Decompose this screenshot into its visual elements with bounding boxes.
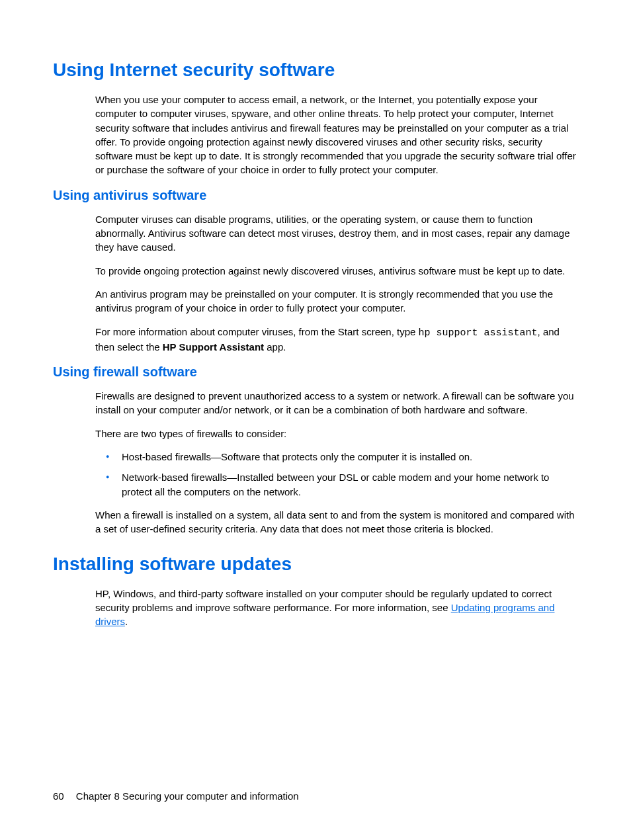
paragraph-av-1: Computer viruses can disable programs, u… [95,212,578,255]
paragraph-fw-2: There are two types of firewalls to cons… [95,427,578,441]
text-av-4-prefix: For more information about computer viru… [95,326,419,337]
heading-software-updates: Installing software updates [53,554,578,575]
chapter-title: Chapter 8 Securing your computer and inf… [76,790,299,802]
text-updates-suffix: . [125,616,128,627]
paragraph-av-2: To provide ongoing protection against ne… [95,264,578,278]
heading-antivirus: Using antivirus software [53,188,578,203]
paragraph-fw-3: When a firewall is installed on a system… [95,508,578,536]
code-hp-support-assistant: hp support assistant [419,327,538,339]
page-number: 60 [53,790,64,802]
paragraph-av-4: For more information about computer viru… [95,325,578,355]
text-av-4-suffix: app. [264,341,286,353]
paragraph-fw-1: Firewalls are designed to prevent unauth… [95,389,578,417]
list-item-network-firewall: Network-based firewalls—Installed betwee… [95,470,578,499]
page-footer: 60 Chapter 8 Securing your computer and … [53,790,299,802]
heading-internet-security: Using Internet security software [53,60,578,81]
list-item-host-firewall: Host-based firewalls—Software that prote… [95,450,578,464]
bold-hp-support-assistant: HP Support Assistant [163,341,264,353]
heading-firewall: Using firewall software [53,364,578,380]
paragraph-updates: HP, Windows, and third-party software in… [95,587,578,629]
firewall-list: Host-based firewalls—Software that prote… [95,450,578,499]
paragraph-security-intro: When you use your computer to access ema… [95,93,578,177]
paragraph-av-3: An antivirus program may be preinstalled… [95,287,578,315]
